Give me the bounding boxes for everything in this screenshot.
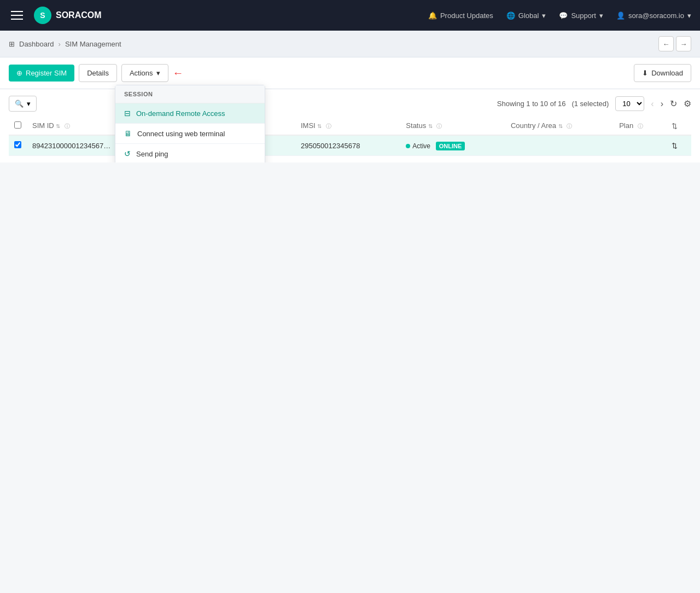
info-icon-sim-id[interactable]: ⓘ (65, 123, 70, 129)
support-icon: 💬 (559, 11, 568, 20)
logo-icon: S (34, 7, 51, 24)
actions-dropdown-menu: SESSION ⊟ On-demand Remote Access 🖥 Conn… (115, 85, 265, 162)
sort-extra-icon[interactable]: ⇅ (672, 122, 678, 130)
actions-button[interactable]: Actions ▾ (121, 64, 168, 82)
ping-icon: ↺ (124, 149, 131, 158)
breadcrumb-back-button[interactable]: ← (658, 36, 674, 51)
col-country: Country / Area ⇅ ⓘ (505, 117, 614, 135)
download-icon: ⬇ (642, 69, 648, 77)
menu-item-on-demand-remote-access[interactable]: ⊟ On-demand Remote Access (115, 103, 265, 124)
chevron-down-icon: ▾ (156, 69, 160, 77)
nav-support[interactable]: 💬 Support ▾ (559, 11, 603, 20)
showing-text: Showing 1 to 10 of 16 (1 selected) (497, 100, 609, 108)
next-page-button[interactable]: › (661, 99, 663, 109)
bell-icon: 🔔 (428, 11, 437, 20)
plus-icon: ⊕ (16, 69, 22, 77)
header-nav: 🔔 Product Updates 🌐 Global ▾ 💬 Support ▾… (428, 11, 691, 20)
details-button[interactable]: Details (79, 64, 117, 82)
breadcrumb-current: SIM Management (65, 40, 121, 48)
sim-table: SIM ID ⇅ ⓘ ICCID ⇅ ⓘ IMSI ⇅ ⓘ Status ⇅ (9, 117, 691, 156)
table-header: SIM ID ⇅ ⓘ ICCID ⇅ ⓘ IMSI ⇅ ⓘ Status ⇅ (9, 117, 691, 135)
info-icon-status[interactable]: ⓘ (436, 123, 442, 129)
sort-icon-sim-id[interactable]: ⇅ (56, 123, 60, 129)
chevron-down-icon: ▾ (687, 11, 691, 20)
prev-page-button[interactable]: ‹ (651, 99, 654, 109)
info-icon-country[interactable]: ⓘ (567, 123, 572, 129)
toolbar: ⊕ Register SIM Details Actions ▾ ← SESSI… (0, 57, 700, 89)
info-icon-imsi[interactable]: ⓘ (326, 123, 331, 129)
breadcrumb-separator: › (59, 40, 61, 48)
breadcrumb: ⊞ Dashboard › SIM Management ← → (0, 31, 700, 57)
cell-plan (614, 135, 666, 156)
sort-icon-status[interactable]: ⇅ (428, 123, 433, 129)
table-row[interactable]: 894231000001234567… 89423100000123456789… (9, 135, 691, 156)
status-badge: Active (406, 142, 430, 150)
table-controls: 🔍 ▾ Showing 1 to 10 of 16 (1 selected) 1… (9, 96, 691, 112)
page-size-select[interactable]: 10 25 50 (615, 96, 644, 111)
menu-item-connect-web-terminal[interactable]: 🖥 Connect using web terminal (115, 124, 265, 144)
breadcrumb-nav: ← → (658, 36, 691, 51)
cell-imsi: 295050012345678 (295, 135, 400, 156)
logo-text: SORACOM (56, 10, 102, 20)
register-sim-button[interactable]: ⊕ Register SIM (9, 65, 74, 82)
menu-item-send-ping[interactable]: ↺ Send ping (115, 144, 265, 162)
row-checkbox[interactable] (14, 141, 21, 148)
nav-account[interactable]: 👤 sora@soracom.io ▾ (616, 11, 691, 20)
download-button[interactable]: ⬇ Download (634, 64, 691, 82)
status-dot (406, 144, 410, 148)
col-plan: Plan ⓘ (614, 117, 666, 135)
search-icon: 🔍 (15, 100, 24, 108)
breadcrumb-dashboard[interactable]: Dashboard (19, 40, 54, 48)
cell-status: Active ONLINE (400, 135, 505, 156)
settings-button[interactable]: ⚙ (684, 98, 691, 109)
info-icon-plan[interactable]: ⓘ (638, 123, 643, 129)
breadcrumb-icon: ⊞ (9, 40, 15, 48)
sort-icon-country[interactable]: ⇅ (558, 123, 563, 129)
user-icon: 👤 (616, 11, 625, 20)
col-imsi: IMSI ⇅ ⓘ (295, 117, 400, 135)
globe-icon: 🌐 (506, 11, 515, 20)
search-dropdown-icon: ▾ (27, 100, 31, 108)
menu-section-session: SESSION (115, 85, 265, 103)
hamburger-button[interactable] (9, 9, 25, 22)
actions-arrow-indicator: ← (173, 67, 184, 79)
terminal-icon: 🖥 (124, 129, 132, 138)
remote-access-icon: ⊟ (124, 109, 131, 118)
online-badge: ONLINE (436, 142, 465, 150)
header: S SORACOM 🔔 Product Updates 🌐 Global ▾ 💬… (0, 0, 700, 31)
nav-global[interactable]: 🌐 Global ▾ (506, 11, 546, 20)
cell-extra: ⇅ (666, 135, 691, 156)
nav-product-updates[interactable]: 🔔 Product Updates (428, 11, 493, 20)
logo: S SORACOM (34, 7, 102, 24)
pagination-info: Showing 1 to 10 of 16 (1 selected) 10 25… (497, 96, 691, 111)
search-box[interactable]: 🔍 ▾ (9, 96, 37, 112)
refresh-button[interactable]: ↻ (670, 98, 677, 109)
select-all-checkbox[interactable] (14, 121, 21, 129)
chevron-down-icon: ▾ (542, 11, 546, 20)
col-sort-extra: ⇅ (666, 117, 691, 135)
chevron-down-icon: ▾ (599, 11, 603, 20)
cell-country (505, 135, 614, 156)
sort-icon-imsi[interactable]: ⇅ (317, 123, 322, 129)
table-body: 894231000001234567… 89423100000123456789… (9, 135, 691, 156)
table-area: 🔍 ▾ Showing 1 to 10 of 16 (1 selected) 1… (0, 89, 700, 162)
col-status: Status ⇅ ⓘ (400, 117, 505, 135)
breadcrumb-forward-button[interactable]: → (676, 36, 691, 51)
